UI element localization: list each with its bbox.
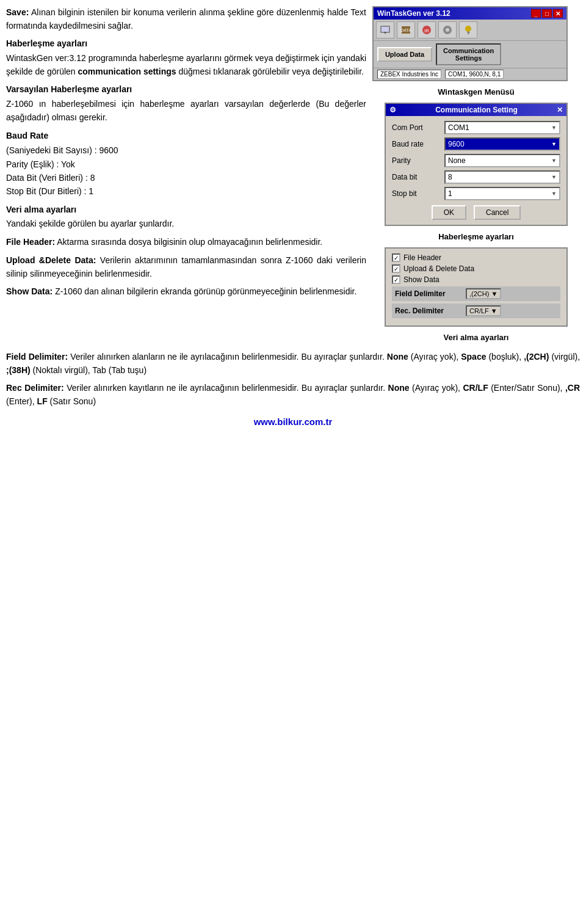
- field-delimiter-bottom-bold: Field Delimiter:: [6, 352, 68, 362]
- haberlesme-version: WintaskGen ver:3.12: [6, 53, 86, 63]
- field-space-bold: Space: [461, 352, 486, 362]
- comm-label-databit: Data bit: [392, 173, 441, 181]
- right-column: WinTaskGen ver 3.12 _ □ ✕ DATA IR: [372, 6, 580, 344]
- field-none-text: (Ayıraç yok),: [411, 352, 458, 362]
- url-link[interactable]: www.bilkur.com.tr: [254, 417, 333, 427]
- cancel-button[interactable]: Cancel: [474, 205, 521, 220]
- show-bold: Show Data:: [6, 286, 52, 296]
- rec-crlf-bold: CR/LF: [463, 383, 488, 393]
- comm-value-parity-text: None: [448, 156, 466, 165]
- rec-delimiter-row: Rec. Delimiter CR/LF ▼: [392, 304, 560, 318]
- baud-section: Baud Rate (Saniyedeki Bit Sayısı) : 9600…: [6, 129, 366, 198]
- rec-delimiter-text: CR/LF: [469, 307, 489, 315]
- bottom-url[interactable]: www.bilkur.com.tr: [6, 415, 580, 429]
- field-delimiter-bottom-text: Veriler alınırken alanların ne ile ayrıl…: [70, 352, 387, 362]
- save-heading: Save:: [6, 7, 29, 17]
- comm-value-comport-text: COM1: [448, 123, 469, 132]
- field-delimiter-row: Field Delimiter ,(2CH) ▼: [392, 286, 560, 301]
- rec-delimiter-bottom: Rec Delimiter: Veriler alınırken kayıtla…: [6, 382, 580, 408]
- stopbit-dropdown-arrow: ▼: [551, 191, 557, 197]
- field-2ch-bold: ,(2CH): [524, 352, 549, 362]
- baud-line-2: Parity (Eşlik) : Yok: [6, 158, 366, 171]
- minimize-btn[interactable]: _: [531, 9, 541, 18]
- toolbar-icon-2[interactable]: DATA: [397, 21, 415, 38]
- comm-settings-btn[interactable]: CommunicationSettings: [436, 43, 501, 65]
- comm-dialog: ⚙ Communication Setting ✕ Com Port COM1 …: [385, 103, 568, 226]
- file-header-label: File Header: [403, 253, 441, 262]
- comm-dialog-title: Communication Setting: [435, 106, 518, 114]
- svg-text:IR: IR: [424, 28, 429, 34]
- comm-value-parity[interactable]: None ▼: [444, 154, 560, 167]
- comm-value-databit[interactable]: 8 ▼: [444, 170, 560, 184]
- upload-section: Upload &Delete Data: Verilerin aktarımın…: [6, 254, 366, 280]
- comm-value-stopbit[interactable]: 1 ▼: [444, 187, 560, 200]
- rec-lf-bold: LF: [37, 396, 48, 406]
- haberlesme-section: Haberleşme ayarları WintaskGen ver:3.12 …: [6, 37, 366, 78]
- save-section: Save: Alınan bilginin istenilen bir konu…: [6, 6, 366, 32]
- left-column: Save: Alınan bilginin istenilen bir konu…: [6, 6, 366, 344]
- veri-caption: Veri alma ayarları: [372, 333, 580, 342]
- field-delimiter-text: ,(2CH): [469, 290, 489, 297]
- veri-check-row-2: ✓ Upload & Delete Data: [392, 264, 560, 273]
- field-none-bold: None: [387, 352, 408, 362]
- field-delimiter-label: Field Delimiter: [395, 289, 462, 298]
- show-text: Z-1060 dan alınan bilgilerin ekranda gör…: [55, 286, 356, 296]
- field-38h-bold: ;(38H): [6, 365, 31, 375]
- rec-delimiter-value[interactable]: CR/LF ▼: [466, 305, 501, 316]
- haberlesme-bold: communication settings: [78, 67, 176, 76]
- veri-check-row-1: ✓ File Header: [392, 253, 560, 262]
- field-delimiter-arrow: ▼: [491, 290, 497, 297]
- field-nokta-text: (Noktalı virgül), Tab (Tab tuşu): [33, 365, 146, 375]
- comm-label-baudrate: Baud rate: [392, 140, 441, 148]
- rec-delimiter-label: Rec. Delimiter: [395, 307, 462, 315]
- comport-dropdown-arrow: ▼: [551, 125, 557, 131]
- upload-data-btn[interactable]: Upload Data: [377, 47, 432, 62]
- field-virgul-text: (virgül),: [551, 352, 580, 362]
- comm-title-icon: ⚙: [389, 106, 396, 114]
- rec-cr-bold: ,CR: [565, 383, 580, 393]
- rec-none-text: (Ayıraç yok),: [412, 383, 460, 393]
- comm-value-baudrate[interactable]: 9600 ▼: [444, 137, 560, 151]
- comm-value-comport[interactable]: COM1 ▼: [444, 121, 560, 134]
- ok-button[interactable]: OK: [432, 205, 466, 220]
- toolbar-icon-5[interactable]: ?: [459, 21, 477, 38]
- rec-lf-text: (Satır Sonu): [50, 396, 96, 406]
- svg-point-8: [446, 28, 449, 32]
- comm-row-databit: Data bit 8 ▼: [392, 170, 560, 184]
- close-btn[interactable]: ✕: [553, 9, 563, 18]
- wintask-buttons: Upload Data CommunicationSettings: [374, 41, 566, 68]
- veri-alma-section: Veri alma ayarları Yandaki şekilde görül…: [6, 203, 366, 231]
- field-delimiter-value[interactable]: ,(2CH) ▼: [466, 288, 501, 299]
- rec-delimiter-arrow: ▼: [491, 307, 497, 315]
- baud-heading: Baud Rate: [6, 129, 366, 143]
- baud-line-3: Data Bit (Veri Bitleri) : 8: [6, 171, 366, 184]
- comm-close-btn[interactable]: ✕: [557, 106, 563, 114]
- comm-dialog-body: Com Port COM1 ▼ Baud rate 9600 ▼ P: [386, 116, 566, 225]
- maximize-btn[interactable]: □: [542, 9, 552, 18]
- haberlesme-p2: düğmesi tıklanarak görülebilir veya deği…: [176, 67, 364, 76]
- baudrate-dropdown-arrow: ▼: [551, 141, 557, 147]
- veri-alma-heading: Veri alma ayarları: [6, 203, 366, 217]
- baud-line-1: (Saniyedeki Bit Sayısı) : 9600: [6, 144, 366, 157]
- toolbar-icon-4[interactable]: [438, 21, 457, 38]
- show-section: Show Data: Z-1060 dan alınan bilgilerin …: [6, 285, 366, 299]
- comm-value-stopbit-text: 1: [448, 189, 452, 198]
- toolbar-icon-1[interactable]: [376, 21, 394, 38]
- varsayilan-heading: Varsayılan Haberleşme ayarları: [6, 83, 366, 96]
- file-header-checkbox[interactable]: ✓: [392, 253, 400, 262]
- databit-dropdown-arrow: ▼: [551, 174, 557, 180]
- wintask-toolbar: DATA IR ?: [374, 20, 566, 41]
- comm-row-baudrate: Baud rate 9600 ▼: [392, 137, 560, 151]
- comm-value-baudrate-text: 9600: [448, 140, 465, 148]
- status-company: ZEBEX Industries Inc: [377, 70, 441, 79]
- baud-lines: (Saniyedeki Bit Sayısı) : 9600 Parity (E…: [6, 144, 366, 198]
- status-com: COM1, 9600,N, 8,1: [445, 70, 504, 79]
- file-header-section: File Header: Aktarma sırasında dosya bil…: [6, 236, 366, 249]
- toolbar-icon-3[interactable]: IR: [418, 21, 436, 38]
- wintask-caption: Wintaskgen Menüsü: [372, 87, 580, 96]
- show-data-checkbox[interactable]: ✓: [392, 275, 400, 284]
- upload-delete-checkbox[interactable]: ✓: [392, 264, 400, 273]
- parity-dropdown-arrow: ▼: [551, 158, 557, 164]
- rec-delimiter-bottom-text: Veriler alınırken kayıtların ne ile ayrı…: [67, 383, 388, 393]
- varsayilan-text: Z-1060 ın haberleşebilmesi için haberleş…: [6, 99, 366, 122]
